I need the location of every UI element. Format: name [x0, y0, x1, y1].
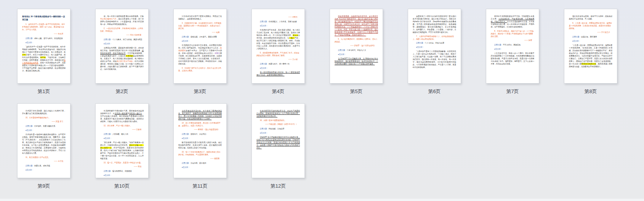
thumb-text-block: —— 罗曼·罗兰 — [22, 120, 66, 123]
page-label: 第1页 — [17, 88, 70, 94]
page-label: 第5页 — [330, 88, 383, 94]
page-thumbnail[interactable]: 这是跨域了人类学与认知科学的对话吗？是当我们把 AI 视为镜子的时候，我们才真正… — [408, 9, 461, 84]
thumb-text-block: —— 毛姆 — [178, 31, 222, 34]
thumb-text-block: 生命的价值不在长度，而在宽度与厚度。有人把日子过成了流水账，有人却把岁月酿成了酒… — [256, 29, 300, 50]
page-thumbnail[interactable]: 当世界被信息洪流席卷，专注便成了最稀缺的品质。真正的高手，都懂得把有限的精力押注… — [173, 103, 227, 178]
thumb-text-block: 艺术创作是一场精神与物质的长途跋涉，容不得半点投机。曹雪芹举家食粥仍批阅十载、增… — [22, 133, 66, 154]
thumb-text-block: 适用主题：坚韧乐观、少年意气、困境与突围 — [178, 35, 222, 38]
page-label: 第7页 — [486, 88, 539, 94]
thumb-text-block: 适用主题：个人与集体、对己与对他、谦逊与经历 — [100, 38, 144, 41]
thumb-text-block: ●范文段： — [569, 40, 612, 42]
thumb-text-block: 适用主题：坚韧专注、从容笃行 — [178, 133, 222, 135]
thumb-text-block: 生活的泥沼与尘埃或许无法避免，但仰望星空的权利，任何人都不能剥夺。“长安的荔枝”… — [178, 44, 222, 65]
thumb-text-block: —— 罗振宇 《这个世界会好吗》 — [335, 44, 378, 47]
thumb-text-block: 候，每一次深入地思考便是通向未来的逃离。正如夸父逐日般奔向飞天，他们日夜兼程上下… — [100, 15, 144, 26]
thumb-text-block: 数字敦煌的背后是几代莫高窟人的接力长跑。他们告别都市的霓虹，扎根大漠五十余载，把… — [178, 141, 222, 149]
page-thumbnail[interactable]: 高考语文 36 个高考高分惊艳金句＋精彩语段＋运用主题1、这世间并不一定就是一条… — [17, 9, 70, 84]
thumb-text-block: 11、真正热爱的人生不会荒芜。 — [22, 156, 66, 159]
thumb-text-block: 当发现自身局限、愿意俯身倾听的那一刻，成长便真正开始。敦煌研究院的工匠们半个世纪… — [100, 47, 144, 71]
page-label: 第3页 — [173, 88, 227, 94]
page-thumbnail[interactable]: 生活的智慧常常藏在烟火气里。那些被柴米油盐浸润的寻常日子，从清晨的一碗热粥到深夜… — [95, 103, 149, 178]
thumb-text-block: —— 王小波 — [256, 58, 300, 61]
page-label: 第8页 — [564, 88, 617, 94]
page-thumbnail[interactable]: —— 史铁生适用主题：生命的意义、人生价值、苦难与超越●范文段：生命的价值不在长… — [252, 9, 305, 84]
thumb-text-block: 让生命成为炬火而不只是萤火的微光，照亮自己也温暖他人，这便是青春的意义。 — [178, 15, 222, 20]
thumb-text-block: 16、从两个变体中感受新的诞生。 — [256, 119, 300, 122]
page-card: 艺术源于对生活热爱，我们才能从人生的种子里，开出属于自己真实而饱满的花朵。10、… — [17, 103, 70, 189]
thumb-text-block: ●范文段： — [178, 137, 222, 140]
page-thumbnail[interactable]: 候，每一次深入地思考便是通向未来的逃离。正如夸父逐日般奔向飞天，他们日夜兼程上下… — [95, 9, 149, 84]
thumb-text-block: ●范文段： — [178, 40, 222, 42]
thumb-text-block: —— 朱光潜 — [22, 32, 66, 35]
thumb-text-block: 生成式模型改写创作的边界之后，内容生产的逻辑正在重构，思考的深度便成为人与工具最… — [256, 109, 300, 117]
thumb-text-block: 适用主题：平凡与伟大、脚踏实地 — [491, 43, 534, 46]
thumb-text-block: —— 汪曾祺 — [100, 128, 144, 131]
thumb-text-block: 4、生命的广阔不在于占有多少，而在于走过多少风景、点亮多少黑夜。 — [178, 67, 222, 72]
thumb-text-block: 1、这世间并不一定就是一条平平坦坦的直线，有许多弯曲折与崎岖险阻，须得一步一步走… — [22, 23, 66, 31]
page-label: 第9页 — [17, 183, 70, 189]
thumb-text-block: 高考语文 36 个高考高分惊艳金句＋精彩语段＋运用主题 — [22, 15, 66, 21]
thumb-text-block: 适用主题：自我认知、厚积薄发 — [569, 35, 612, 38]
page-thumbnail[interactable]: 科技浪潮汹涌，当机器开始作画写诗、穿行寻径之后的“奇点时刻”悄然而至时，我们应当… — [330, 9, 383, 84]
page-thumbnail[interactable]: 艺术源于对生活热爱，我们才能从人生的种子里，开出属于自己真实而饱满的花朵。10、… — [17, 103, 70, 178]
thumb-text-block: ChatGPT 等工具能够在数秒之间写出合格的文章，但真正动人的表达永远来自真实… — [256, 136, 300, 149]
page-card: —— 史铁生适用主题：生命的意义、人生价值、苦难与超越●范文段：生命的价值不在长… — [252, 9, 305, 94]
page-card: 生成式模型改写创作的边界之后，内容生产的逻辑正在重构，思考的深度便成为人与工具最… — [252, 103, 305, 189]
page-label: 第10页 — [95, 183, 149, 189]
thumb-text-block: 我们也应该学会思考，善待平凡与琐碎，把匆匆赶路的日常走成坦途，予人温暖。 — [569, 15, 612, 20]
page-card: 候，每一次深入地思考便是通向未来的逃离。正如夸父逐日般奔向飞天，他们日夜兼程上下… — [95, 9, 149, 94]
thumb-text-block: 当世界被信息洪流席卷，专注便成了最稀缺的品质。真正的高手，都懂得把有限的精力押注… — [178, 109, 222, 120]
thumb-text-block: “人的本质不是单个人所固有的抽象物，在其现实性上，它是一切社会关系的总和。”个体… — [413, 50, 456, 69]
thumb-text-block: 适用主题：热爱认真、成长淬炼 — [22, 164, 66, 167]
page-card: 高考语文 36 个高考高分惊艳金句＋精彩语段＋运用主题1、这世间并不一定就是一条… — [17, 9, 70, 94]
thumb-text-block: 12、四方食事，不过一碗人间烟火。 — [100, 124, 144, 127]
page-thumbnail[interactable]: 我们也应该学会思考，善待平凡与琐碎，把匆匆赶路的日常走成坦途，予人温暖。9、人生… — [564, 9, 617, 84]
thumb-text-block: 6、与人机共舞的时代，更要舞出人的风采、活出人的温度。 — [335, 38, 378, 43]
page-label: 第6页 — [408, 88, 461, 94]
page-label: 第11页 — [173, 183, 227, 189]
page-label: 第4页 — [252, 88, 305, 94]
page-thumbnail[interactable]: 生成式模型改写创作的边界之后，内容生产的逻辑正在重构，思考的深度便成为人与工具最… — [252, 103, 305, 178]
page-card: 生活的智慧常常藏在烟火气里。那些被柴米油盐浸润的寻常日子，从清晨的一碗热粥到深夜… — [95, 103, 149, 189]
thumb-text-block: ●范文段： — [22, 129, 66, 132]
thumb-text-block: ●范文段： — [256, 24, 300, 27]
page-card: 当世界被信息洪流席卷，专注便成了最稀缺的品质。真正的高手，都懂得把有限的精力押注… — [173, 103, 227, 189]
thumb-text-block: —— 丰子恺 — [22, 160, 66, 162]
thumb-text-block: 适用主题：文化传承、薪火相传 — [178, 162, 222, 164]
page-card: 科技浪潮汹涌，当机器开始作画写诗、穿行寻径之后的“奇点时刻”悄然而至时，我们应当… — [330, 9, 383, 94]
thumb-text-block: 14、把一件事情做到极致，胜过把一万件事做得平庸，这是匠心，也是人生的定力。 — [178, 122, 222, 127]
thumb-text-block: 适用主题：个体与时代、科技与人文 — [335, 49, 378, 51]
thumb-text-block: 8、所有伟大的抵达，都始于足下这一步；一个民族的远方，藏在每一个普通人不肯将就的… — [491, 30, 534, 38]
thumb-text-block: ●范文段： — [22, 169, 66, 171]
page-thumbnail[interactable]: 更深年常读的悄然远去并不可怕，可怕的是从未真正出发。与其临渊羡鱼，不如退而结网；… — [486, 9, 539, 84]
thumb-text-block: —— 加缪 — [491, 39, 534, 42]
thumb-text-block: ●范文段： — [413, 46, 456, 48]
thumb-text-block: 9、人生是一盒火柴，慎重地使用未免可笑，滥用却是一件危险的事；认真而炽热地活着，… — [569, 22, 612, 30]
thumb-text-block: —— 史铁生 — [256, 16, 300, 18]
thumb-text-block: 适用主题：科技创新、认知边界 — [256, 127, 300, 130]
thumb-text-block: 7、人的半径不断延伸的每个人，在科技的坐标系上，都是一粒会发光的星辰。 — [413, 35, 456, 40]
thumb-text-block: 科技浪潮汹涌，当机器开始作画写诗、穿行寻径之后的“奇点时刻”悄然而至时，我们应当… — [335, 15, 378, 36]
thumb-text-block: 2、一切过往皆为序章，所有将来皆有期待，心怀热忱者，终将抵达。 — [100, 27, 144, 32]
thumb-text-block: —— 芥川龙之介 — [569, 31, 612, 34]
thumb-text-block: “这世间并不一定就是一条平平坦坦的直线，有许多弯曲折与崎岖险阻。”朱光潜先生的这… — [22, 45, 66, 72]
thumb-text-block: 这是跨域了人类学与认知科学的对话吗？是当我们把 AI 视为镜子的时候，我们才真正… — [413, 15, 456, 34]
thumb-text-block: 5、把热爱的事做到极致，平凡便成了非凡；把该走的路走到灯火通明，黑夜便成了黎明。 — [256, 51, 300, 57]
thumb-text-block: 人生无捷径可言，唯有一步一个脚印。青年袁隆平蹲在稻田里数了一万多株稻穗，年轻的屠… — [491, 52, 534, 65]
thumb-text-block: 适用主题：热爱与专注、择一事终一生 — [256, 63, 300, 65]
thumb-text-block: —— 曾国藩 — [178, 157, 222, 160]
thumb-text-block: 适用主题：成长 心酸、坚守与成功、淡泊的品质 — [22, 37, 66, 40]
thumb-text-block: 更深年常读的悄然远去并不可怕，可怕的是从未真正出发。与其临渊羡鱼，不如退而结网；… — [491, 15, 534, 28]
page-card: 更深年常读的悄然远去并不可怕，可怕的是从未真正出发。与其临渊羡鱼，不如退而结网；… — [486, 9, 539, 94]
page-card: 这是跨域了人类学与认知科学的对话吗？是当我们把 AI 视为镜子的时候，我们才真正… — [408, 9, 461, 94]
thumb-text-block: ——千帆竞渡（某教授《决胜 AI 时代》） — [256, 123, 300, 125]
thumb-text-block: —— 樊锦诗 《我心归处是敦煌》 — [178, 128, 222, 131]
page-thumbnail[interactable]: 让生命成为炬火而不只是萤火的微光，照亮自己也温暖他人，这便是青春的意义。3、悲观… — [173, 9, 227, 84]
thumb-text-block: ●范文段： — [491, 48, 534, 50]
thumb-text-block: 适用主题：人情温暖、烟火人间 — [100, 133, 144, 135]
thumb-text-block: 10、艺术是精神和物质的奋斗。 — [22, 116, 66, 119]
page-label: 第2页 — [95, 88, 149, 94]
thumb-text-block: —— 列夫·托尔斯泰 — [100, 34, 144, 36]
thumb-text-block: ●范文段： — [100, 42, 144, 45]
thumb-text-block: —— 李娟 — [100, 165, 144, 168]
